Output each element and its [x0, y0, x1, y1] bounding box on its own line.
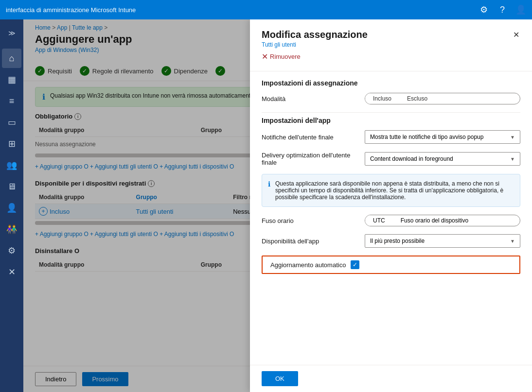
- assignment-settings-title: Impostazioni di assegnazione: [262, 79, 520, 87]
- side-panel: Modifica assegnazione Tutti gli utenti ✕…: [250, 19, 532, 392]
- sidebar-item-list[interactable]: ≡: [2, 91, 21, 111]
- notifiche-field-row: Notifiche dell'utente finale Mostra tutt…: [262, 130, 520, 144]
- side-panel-footer: OK: [250, 365, 532, 392]
- notifiche-label: Notifiche dell'utente finale: [262, 134, 359, 141]
- panel-info-text: Questa applicazione sarà disponibile non…: [275, 180, 514, 201]
- sidebar: ≫ ⌂ ▦ ≡ ▭ ⊞ 👥 🖥 👤 👫 ⚙ ✕: [0, 19, 23, 392]
- side-panel-body: Impostazioni di assegnazione Modalità In…: [250, 71, 532, 365]
- sidebar-item-home[interactable]: ⌂: [2, 49, 21, 68]
- remove-label: Rimuovere: [270, 53, 301, 60]
- modalita-escluso-btn[interactable]: Escluso: [399, 93, 435, 104]
- remove-button[interactable]: ✕ Rimuovere: [262, 48, 520, 65]
- fuso-toggle[interactable]: UTC Fuso orario del dispositivo: [365, 215, 520, 226]
- disponibilita-dropdown-arrow: ▼: [510, 239, 515, 244]
- utc-btn[interactable]: UTC: [365, 215, 393, 226]
- delivery-field-row: Delivery optimization dell'utente finale…: [262, 152, 520, 166]
- disponibilita-field-row: Disponibilità dell'app Il più presto pos…: [262, 234, 520, 248]
- fuso-label: Fuso orario: [262, 217, 359, 224]
- close-panel-button[interactable]: ✕: [512, 29, 520, 40]
- sidebar-expand-icon[interactable]: ≫: [2, 23, 21, 43]
- side-panel-title: Modifica assegnazione: [262, 29, 368, 40]
- sidebar-item-people[interactable]: 👫: [2, 220, 21, 239]
- side-panel-subtitle: Tutti gli utenti: [262, 41, 368, 48]
- delivery-value: Content download in foreground: [370, 155, 453, 162]
- delivery-label: Delivery optimization dell'utente finale: [262, 152, 359, 166]
- modalita-toggle[interactable]: Incluso Escluso: [365, 93, 520, 104]
- aggiornamento-field[interactable]: Aggiornamento automatico ✓: [262, 256, 520, 274]
- disponibilita-label: Disponibilità dell'app: [262, 238, 359, 245]
- topbar-title: interfaccia di amministrazione Microsoft…: [6, 6, 136, 14]
- delivery-dropdown-arrow: ▼: [510, 156, 515, 162]
- settings-icon[interactable]: ⚙: [479, 4, 489, 15]
- sidebar-item-tools[interactable]: ✕: [2, 262, 21, 282]
- panel-info-box: ℹ Questa applicazione sarà disponibile n…: [262, 174, 520, 207]
- topbar: interfaccia di amministrazione Microsoft…: [0, 0, 532, 19]
- notifiche-dropdown[interactable]: Mostra tutte le notifiche di tipo avviso…: [365, 130, 520, 144]
- delivery-dropdown[interactable]: Content download in foreground ▼: [365, 152, 520, 166]
- sidebar-item-devices[interactable]: ▭: [2, 113, 21, 132]
- disponibilita-value: Il più presto possibile: [370, 238, 425, 244]
- ok-button[interactable]: OK: [262, 371, 298, 386]
- sidebar-item-person[interactable]: 👤: [2, 198, 21, 218]
- main-content: Home > App | Tutte le app > Aggiungere u…: [23, 19, 532, 392]
- app-settings-title: Impostazioni dell'app: [262, 117, 520, 124]
- modalita-label: Modalità: [262, 95, 359, 102]
- side-panel-header: Modifica assegnazione Tutti gli utenti ✕…: [250, 19, 532, 71]
- sidebar-item-dashboard[interactable]: ▦: [2, 70, 21, 89]
- notifiche-value: Mostra tutte le notifiche di tipo avviso…: [370, 134, 483, 140]
- aggiornamento-checkbox[interactable]: ✓: [351, 260, 359, 269]
- sidebar-item-grid[interactable]: ⊞: [2, 134, 21, 153]
- fuso-field-row: Fuso orario UTC Fuso orario del disposit…: [262, 215, 520, 226]
- sidebar-item-settings[interactable]: ⚙: [2, 241, 21, 260]
- disponibilita-dropdown[interactable]: Il più presto possibile ▼: [365, 234, 520, 248]
- topbar-icons: ⚙ ? 👤: [479, 4, 526, 15]
- sidebar-item-users[interactable]: 👥: [2, 155, 21, 175]
- help-icon[interactable]: ?: [497, 4, 508, 15]
- sidebar-item-monitor[interactable]: 🖥: [2, 177, 21, 196]
- panel-info-icon: ℹ: [268, 180, 270, 201]
- notifiche-dropdown-arrow: ▼: [510, 135, 515, 140]
- modalita-field-row: Modalità Incluso Escluso: [262, 93, 520, 104]
- aggiornamento-label: Aggiornamento automatico: [270, 261, 346, 269]
- modalita-incluso-btn[interactable]: Incluso: [365, 93, 399, 104]
- fuso-dispositivo-btn[interactable]: Fuso orario del dispositivo: [393, 215, 476, 226]
- user-avatar-icon[interactable]: 👤: [515, 4, 526, 15]
- remove-x-icon: ✕: [262, 52, 268, 61]
